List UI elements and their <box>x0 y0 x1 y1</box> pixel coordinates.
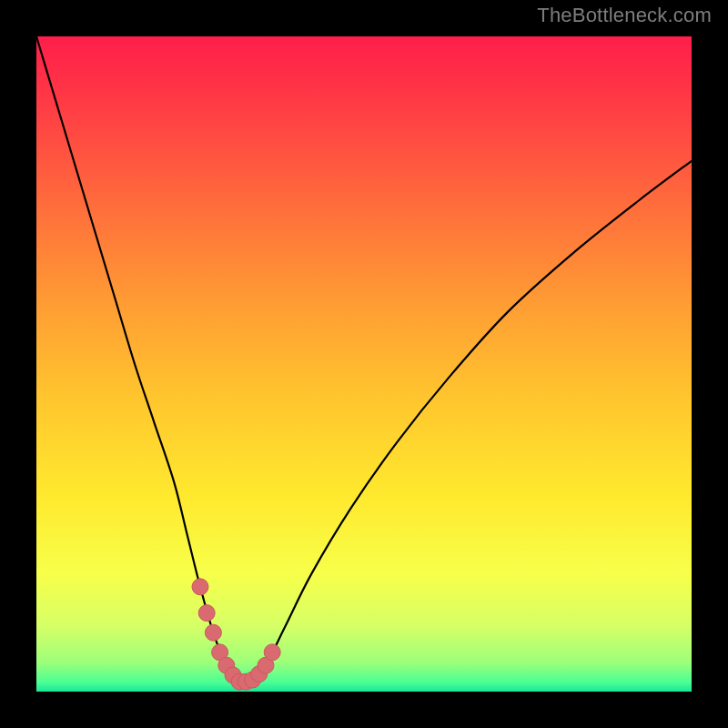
marker-dot <box>192 579 208 595</box>
marker-dot <box>264 644 280 661</box>
chart-svg <box>36 36 692 692</box>
marker-dot <box>198 605 215 622</box>
plot-area <box>36 36 692 692</box>
marker-dot <box>205 624 221 641</box>
watermark-text: TheBottleneck.com <box>537 4 712 27</box>
outer-frame: TheBottleneck.com <box>0 0 728 728</box>
